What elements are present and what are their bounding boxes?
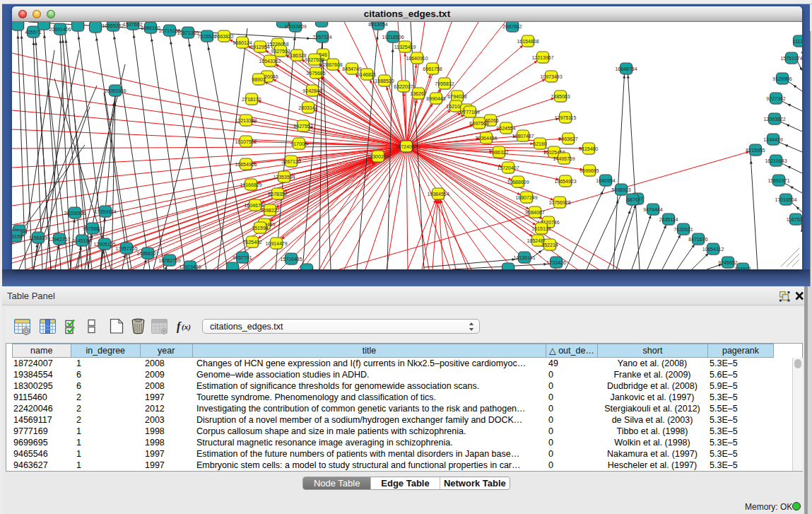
svg-text:18640910: 18640910	[406, 56, 428, 61]
svg-text:14495759: 14495759	[553, 156, 575, 161]
svg-text:1640954: 1640954	[596, 178, 615, 183]
svg-text:11127: 11127	[793, 39, 802, 44]
svg-text:5938923: 5938923	[611, 187, 630, 192]
svg-text:18724007: 18724007	[395, 144, 417, 149]
svg-text:f: f	[177, 320, 182, 333]
svg-text:1527602: 1527602	[123, 22, 142, 27]
svg-text:16543362: 16543362	[259, 59, 281, 64]
svg-text:2867608: 2867608	[323, 62, 342, 67]
svg-text:15716485: 15716485	[280, 257, 302, 262]
svg-text:7357224: 7357224	[312, 35, 331, 40]
svg-text:39159: 39159	[12, 234, 23, 239]
svg-text:9146821: 9146821	[357, 72, 376, 77]
svg-text:136267: 136267	[410, 91, 426, 96]
svg-text:8427552: 8427552	[293, 124, 312, 129]
svg-text:2718170: 2718170	[242, 97, 261, 102]
svg-text:10756928: 10756928	[548, 200, 570, 205]
svg-text:1733426: 1733426	[546, 260, 565, 265]
svg-text:16046798: 16046798	[244, 203, 266, 208]
svg-text:7986322: 7986322	[489, 150, 508, 155]
svg-text:1156829: 1156829	[29, 235, 48, 240]
svg-text:15692971: 15692971	[767, 178, 789, 183]
svg-text:18300295: 18300295	[367, 154, 389, 159]
svg-text:62160: 62160	[533, 141, 547, 146]
svg-text:7625402: 7625402	[242, 240, 261, 245]
svg-text:2935114: 2935114	[659, 217, 678, 222]
svg-text:14136141: 14136141	[513, 255, 535, 260]
svg-text:16782759: 16782759	[158, 258, 180, 263]
svg-text:10654112: 10654112	[702, 247, 724, 252]
svg-text:1615132: 1615132	[531, 226, 551, 231]
svg-text:12923446: 12923446	[179, 264, 201, 269]
svg-text:16033809: 16033809	[284, 24, 306, 29]
svg-text:12975115: 12975115	[555, 115, 577, 120]
svg-text:8454749: 8454749	[342, 66, 361, 71]
svg-text:19218506: 19218506	[382, 35, 404, 40]
svg-text:15720407: 15720407	[497, 165, 519, 170]
svg-text:16914479: 16914479	[265, 241, 287, 246]
svg-text:9129966: 9129966	[772, 76, 792, 81]
svg-text:7485063: 7485063	[551, 94, 570, 99]
svg-text:7955812: 7955812	[435, 81, 454, 86]
svg-text:12905135: 12905135	[93, 242, 115, 247]
svg-text:15751074: 15751074	[780, 56, 802, 61]
svg-text:17016504: 17016504	[775, 197, 796, 202]
svg-text:351594: 351594	[252, 226, 268, 230]
svg-text:7663822: 7663822	[214, 34, 233, 39]
svg-text:3624554: 3624554	[496, 126, 515, 131]
svg-text:405571: 405571	[25, 30, 41, 35]
svg-text:9227342: 9227342	[766, 96, 785, 101]
svg-text:12942757: 12942757	[48, 237, 70, 242]
svg-text:12213967: 12213967	[531, 55, 553, 60]
svg-text:9457791: 9457791	[233, 255, 252, 260]
svg-text:3675685: 3675685	[306, 71, 325, 76]
svg-text:16154808: 16154808	[517, 39, 539, 44]
svg-text:20053346: 20053346	[104, 88, 126, 93]
svg-text:9084067: 9084067	[525, 210, 544, 215]
svg-text:12353594: 12353594	[273, 175, 295, 180]
svg-text:2087682: 2087682	[502, 24, 522, 29]
svg-text:16648784: 16648784	[615, 66, 637, 71]
svg-text:6961758: 6961758	[423, 66, 442, 71]
svg-text:1167533: 1167533	[787, 217, 802, 222]
svg-text:19654923: 19654923	[554, 179, 576, 184]
svg-text:19384554: 19384554	[427, 192, 449, 197]
svg-text:20364436: 20364436	[475, 136, 497, 141]
svg-text:8186328: 8186328	[287, 53, 306, 58]
svg-text:10807487: 10807487	[512, 134, 534, 139]
svg-text:8990448: 8990448	[426, 96, 445, 101]
svg-text:7632621: 7632621	[673, 227, 693, 232]
svg-text:20206536: 20206536	[64, 211, 86, 216]
svg-text:2803144: 2803144	[298, 105, 317, 110]
svg-text:12213389: 12213389	[235, 118, 257, 123]
svg-text:9245652: 9245652	[718, 260, 737, 265]
svg-text:9777169: 9777169	[460, 110, 479, 115]
svg-text:98901: 98901	[252, 77, 266, 82]
svg-text:8813054: 8813054	[368, 22, 387, 27]
svg-text:9115460: 9115460	[579, 146, 599, 151]
svg-text:1145194: 1145194	[73, 238, 92, 243]
svg-text:9474444: 9474444	[643, 207, 662, 212]
svg-text:1588520: 1588520	[375, 78, 394, 83]
svg-text:8678352: 8678352	[268, 192, 287, 197]
svg-text:9242848: 9242848	[302, 88, 322, 93]
svg-text:18807249: 18807249	[515, 195, 537, 200]
svg-text:9699695: 9699695	[579, 168, 599, 173]
svg-text:8215955: 8215955	[746, 148, 765, 153]
svg-text:9975867: 9975867	[83, 226, 102, 231]
svg-text:17957255: 17957255	[115, 246, 137, 251]
svg-text:(x): (x)	[182, 322, 191, 332]
svg-text:17359924: 17359924	[94, 209, 116, 214]
svg-text:12093822: 12093822	[763, 117, 785, 122]
svg-text:8471676: 8471676	[688, 237, 707, 242]
svg-text:10973493: 10973493	[540, 74, 562, 79]
svg-text:10958107: 10958107	[136, 251, 158, 256]
svg-text:9463627: 9463627	[558, 136, 577, 141]
svg-text:252214: 252214	[541, 243, 558, 247]
svg-text:16654966: 16654966	[235, 162, 257, 167]
svg-text:6794028: 6794028	[447, 94, 466, 99]
svg-text:10671365: 10671365	[177, 30, 199, 35]
svg-text:9327508: 9327508	[305, 57, 324, 62]
svg-text:6322037: 6322037	[394, 84, 413, 89]
svg-text:6497568: 6497568	[469, 121, 488, 126]
